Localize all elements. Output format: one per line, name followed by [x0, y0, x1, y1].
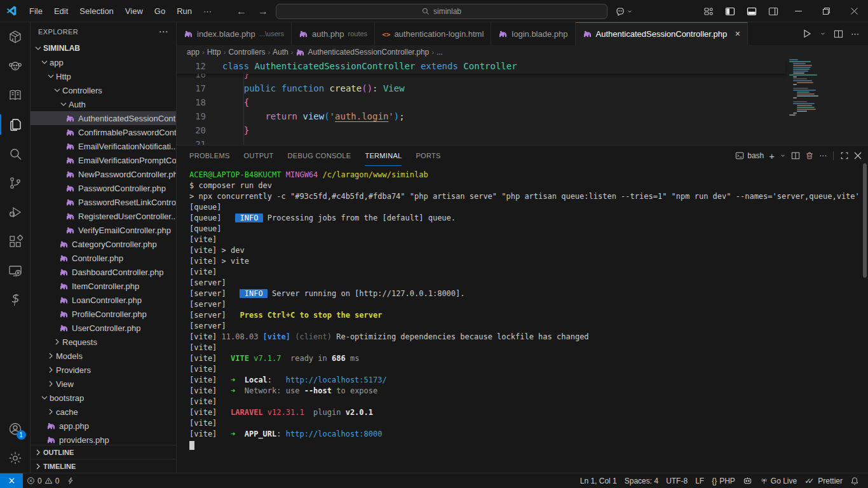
- customize-layout-icon[interactable]: [698, 0, 719, 22]
- close-window-button[interactable]: [840, 0, 868, 22]
- terminal-output[interactable]: ACER@LAPTOP-B48KUCMT MINGW64 /c/laragon/…: [177, 166, 868, 473]
- s-extension-icon[interactable]: [0, 285, 31, 315]
- tree-folder[interactable]: Http: [31, 69, 176, 83]
- tree-folder[interactable]: Requests: [31, 335, 176, 349]
- tab[interactable]: login.blade.php: [491, 22, 575, 45]
- code-line[interactable]: 16 }: [177, 74, 785, 81]
- tree-file[interactable]: providers.php: [31, 433, 176, 445]
- nav-forward-icon[interactable]: →: [254, 6, 272, 17]
- panel-tab-debug-console[interactable]: DEBUG CONSOLE: [288, 146, 351, 166]
- tree-folder[interactable]: Controllers: [31, 83, 176, 97]
- toggle-secondary-sidebar-icon[interactable]: [763, 0, 784, 22]
- tree-file[interactable]: NewPasswordController.php: [31, 167, 176, 181]
- toggle-panel-icon[interactable]: [741, 0, 763, 22]
- restore-button[interactable]: [812, 0, 840, 22]
- settings-gear-icon[interactable]: [0, 444, 31, 473]
- tree-file[interactable]: Controller.php: [31, 251, 176, 265]
- extensions-icon[interactable]: [0, 227, 31, 256]
- menu-item[interactable]: Go: [149, 0, 171, 22]
- tree-folder[interactable]: View: [31, 377, 176, 391]
- tree-file[interactable]: UserController.php: [31, 321, 176, 335]
- tree-folder[interactable]: bootstrap: [31, 391, 176, 405]
- remote-indicator[interactable]: [0, 473, 23, 488]
- toggle-sidebar-icon[interactable]: [719, 0, 741, 22]
- explorer-actions-icon[interactable]: ⋯: [159, 26, 168, 37]
- prettier-status[interactable]: ✓✓ Prettier: [801, 477, 846, 485]
- thunder-status-icon[interactable]: [63, 473, 78, 488]
- tree-folder[interactable]: cache: [31, 405, 176, 419]
- menu-item[interactable]: Edit: [48, 0, 74, 22]
- tree-file[interactable]: ItemController.php: [31, 279, 176, 293]
- close-icon[interactable]: ✕: [735, 30, 740, 38]
- tree-file[interactable]: PasswordResetLinkControl...: [31, 195, 176, 209]
- sticky-scroll-line[interactable]: 12class AuthenticatedSessionController e…: [177, 59, 785, 74]
- copilot-status-icon[interactable]: [739, 476, 756, 485]
- problems-status[interactable]: 0 0: [23, 473, 63, 488]
- book-icon[interactable]: [0, 81, 31, 110]
- menu-item[interactable]: File: [24, 0, 48, 22]
- tree-folder[interactable]: Auth: [31, 97, 176, 111]
- breadcrumb-item[interactable]: ...: [437, 48, 443, 57]
- nav-back-icon[interactable]: ←: [233, 6, 250, 17]
- indentation[interactable]: Spaces: 4: [621, 477, 662, 485]
- tab[interactable]: auth.phproutes: [292, 22, 375, 45]
- copilot-button[interactable]: [611, 6, 633, 17]
- menu-item[interactable]: ···: [198, 0, 217, 22]
- terminal-instance-bash[interactable]: bash: [735, 151, 764, 160]
- tree-folder[interactable]: app: [31, 55, 176, 69]
- tree-file[interactable]: EmailVerificationPromptCo...: [31, 153, 176, 167]
- container-icon[interactable]: [0, 22, 31, 51]
- sidebar-section-timeline[interactable]: TIMELINE: [31, 459, 176, 473]
- monkey-icon[interactable]: [0, 51, 31, 81]
- run-code-button[interactable]: [799, 29, 815, 39]
- split-terminal-icon[interactable]: [791, 151, 800, 160]
- tree-file[interactable]: VerifyEmailController.php: [31, 223, 176, 237]
- tree-folder[interactable]: Models: [31, 349, 176, 363]
- tree-file[interactable]: EmailVerificationNotificati...: [31, 139, 176, 153]
- tree-file[interactable]: CategoryController.php: [31, 237, 176, 251]
- panel-tab-problems[interactable]: PROBLEMS: [189, 146, 230, 166]
- code-line[interactable]: 18 {: [177, 95, 785, 109]
- breadcrumb-item[interactable]: AuthenticatedSessionController.php: [295, 48, 429, 57]
- notifications-bell-icon[interactable]: [846, 477, 863, 485]
- tree-file[interactable]: AuthenticatedSessionCont...: [31, 111, 176, 125]
- account-icon[interactable]: 1: [0, 414, 31, 444]
- run-debug-icon[interactable]: [0, 198, 31, 227]
- split-editor-icon[interactable]: [831, 29, 846, 39]
- tree-folder[interactable]: SIMINLAB: [31, 41, 176, 55]
- search-icon[interactable]: [0, 139, 31, 168]
- tree-file[interactable]: ProfileController.php: [31, 307, 176, 321]
- kill-terminal-icon[interactable]: [805, 151, 814, 160]
- panel-more-actions-icon[interactable]: ⋯: [819, 151, 827, 160]
- tab[interactable]: AuthenticatedSessionController.php✕: [576, 22, 749, 45]
- breadcrumb-item[interactable]: Auth: [273, 48, 288, 57]
- panel-tab-ports[interactable]: PORTS: [416, 146, 440, 166]
- cursor-position[interactable]: Ln 1, Col 1: [576, 477, 621, 485]
- minimize-button[interactable]: [784, 0, 812, 22]
- panel-tab-output[interactable]: OUTPUT: [244, 146, 274, 166]
- terminal-scrollbar[interactable]: [863, 163, 867, 278]
- close-panel-icon[interactable]: [854, 152, 862, 159]
- code-line[interactable]: 17 public function create(): View: [177, 81, 785, 95]
- remote-explorer-icon[interactable]: [0, 256, 31, 285]
- menu-item[interactable]: View: [119, 0, 149, 22]
- breadcrumb-item[interactable]: app: [187, 48, 200, 57]
- tree-file[interactable]: PasswordController.php: [31, 181, 176, 195]
- go-live-button[interactable]: Go Live: [756, 477, 801, 485]
- source-control-icon[interactable]: [0, 168, 31, 198]
- menu-item[interactable]: Run: [171, 0, 198, 22]
- tree-file[interactable]: app.php: [31, 419, 176, 433]
- explorer-icon[interactable]: [0, 110, 31, 139]
- tree-file[interactable]: RegisteredUserController....: [31, 209, 176, 223]
- breadcrumb-item[interactable]: Http: [207, 48, 221, 57]
- code-line[interactable]: 20 }: [177, 123, 785, 137]
- eol-sequence[interactable]: LF: [691, 477, 708, 485]
- run-dropdown-icon[interactable]: [817, 30, 829, 37]
- maximize-panel-icon[interactable]: [840, 151, 849, 160]
- tree-file[interactable]: LoanController.php: [31, 293, 176, 307]
- new-terminal-icon[interactable]: +: [769, 151, 775, 161]
- tab[interactable]: index.blade.php...\users: [177, 22, 292, 45]
- tree-file[interactable]: ConfirmablePasswordCont...: [31, 125, 176, 139]
- minimap[interactable]: [788, 59, 859, 123]
- code-line[interactable]: 19 return view('auth.login');: [177, 109, 785, 123]
